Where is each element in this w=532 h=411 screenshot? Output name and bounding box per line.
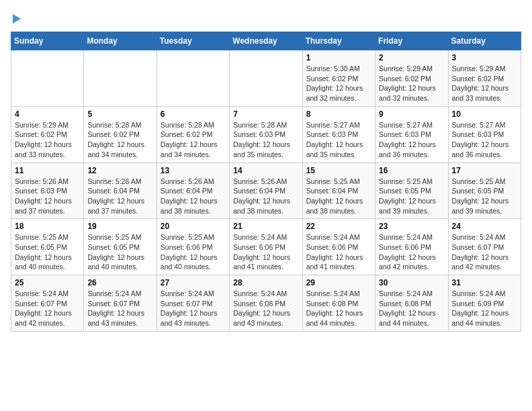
calendar-table: SundayMondayTuesdayWednesdayThursdayFrid… [11, 32, 521, 332]
day-info: Sunrise: 5:24 AM Sunset: 6:06 PM Dayligh… [379, 232, 444, 272]
calendar-cell: 8Sunrise: 5:27 AM Sunset: 6:03 PM Daylig… [302, 106, 375, 163]
day-number: 29 [306, 278, 371, 287]
calendar-cell: 25Sunrise: 5:24 AM Sunset: 6:07 PM Dayli… [11, 275, 84, 332]
day-number: 5 [87, 109, 152, 119]
day-info: Sunrise: 5:24 AM Sunset: 6:07 PM Dayligh… [87, 289, 152, 328]
weekday-header-friday: Friday [375, 32, 448, 50]
calendar-cell: 5Sunrise: 5:28 AM Sunset: 6:02 PM Daylig… [84, 106, 157, 163]
day-info: Sunrise: 5:30 AM Sunset: 6:02 PM Dayligh… [306, 64, 371, 103]
calendar-week-row: 1Sunrise: 5:30 AM Sunset: 6:02 PM Daylig… [11, 50, 521, 107]
day-number: 10 [452, 109, 517, 119]
calendar-cell: 22Sunrise: 5:24 AM Sunset: 6:06 PM Dayli… [302, 219, 375, 275]
calendar-cell: 12Sunrise: 5:26 AM Sunset: 6:04 PM Dayli… [84, 163, 157, 219]
day-info: Sunrise: 5:25 AM Sunset: 6:05 PM Dayligh… [379, 177, 444, 216]
day-info: Sunrise: 5:29 AM Sunset: 6:02 PM Dayligh… [452, 64, 517, 103]
day-info: Sunrise: 5:26 AM Sunset: 6:04 PM Dayligh… [87, 177, 152, 216]
day-info: Sunrise: 5:26 AM Sunset: 6:03 PM Dayligh… [15, 177, 80, 216]
day-info: Sunrise: 5:28 AM Sunset: 6:02 PM Dayligh… [161, 120, 226, 160]
day-info: Sunrise: 5:24 AM Sunset: 6:06 PM Dayligh… [233, 232, 298, 272]
calendar-cell: 17Sunrise: 5:25 AM Sunset: 6:05 PM Dayli… [448, 163, 521, 219]
weekday-header-tuesday: Tuesday [157, 32, 229, 50]
calendar-cell [230, 50, 302, 107]
calendar-cell: 29Sunrise: 5:24 AM Sunset: 6:08 PM Dayli… [302, 275, 375, 332]
day-number: 21 [233, 222, 298, 231]
calendar-week-row: 25Sunrise: 5:24 AM Sunset: 6:07 PM Dayli… [11, 275, 521, 332]
day-number: 17 [452, 166, 517, 175]
calendar-week-row: 4Sunrise: 5:29 AM Sunset: 6:02 PM Daylig… [11, 106, 521, 163]
calendar-cell: 2Sunrise: 5:29 AM Sunset: 6:02 PM Daylig… [375, 50, 448, 107]
day-number: 9 [379, 109, 444, 119]
calendar-cell: 21Sunrise: 5:24 AM Sunset: 6:06 PM Dayli… [230, 219, 302, 275]
day-info: Sunrise: 5:27 AM Sunset: 6:03 PM Dayligh… [379, 120, 444, 160]
calendar-cell [11, 50, 84, 107]
weekday-header-thursday: Thursday [302, 32, 375, 50]
day-info: Sunrise: 5:28 AM Sunset: 6:03 PM Dayligh… [233, 120, 298, 160]
calendar-cell: 4Sunrise: 5:29 AM Sunset: 6:02 PM Daylig… [11, 106, 84, 163]
day-info: Sunrise: 5:29 AM Sunset: 6:02 PM Dayligh… [15, 120, 80, 160]
day-number: 22 [306, 222, 371, 231]
day-info: Sunrise: 5:25 AM Sunset: 6:05 PM Dayligh… [452, 177, 517, 216]
day-number: 24 [452, 222, 517, 231]
page-header [11, 11, 521, 25]
calendar-cell: 14Sunrise: 5:26 AM Sunset: 6:04 PM Dayli… [230, 163, 302, 219]
day-number: 25 [15, 278, 80, 287]
calendar-cell [84, 50, 157, 107]
day-number: 31 [452, 278, 517, 287]
calendar-week-row: 18Sunrise: 5:25 AM Sunset: 6:05 PM Dayli… [11, 219, 521, 275]
day-number: 7 [233, 109, 298, 119]
day-number: 3 [452, 53, 517, 62]
day-number: 13 [161, 166, 226, 175]
calendar-week-row: 11Sunrise: 5:26 AM Sunset: 6:03 PM Dayli… [11, 163, 521, 219]
calendar-cell: 20Sunrise: 5:25 AM Sunset: 6:06 PM Dayli… [157, 219, 229, 275]
day-info: Sunrise: 5:24 AM Sunset: 6:07 PM Dayligh… [161, 289, 226, 328]
calendar-cell: 24Sunrise: 5:24 AM Sunset: 6:07 PM Dayli… [448, 219, 521, 275]
calendar-cell: 7Sunrise: 5:28 AM Sunset: 6:03 PM Daylig… [230, 106, 302, 163]
calendar-cell: 23Sunrise: 5:24 AM Sunset: 6:06 PM Dayli… [375, 219, 448, 275]
day-number: 11 [15, 166, 80, 175]
calendar-cell: 9Sunrise: 5:27 AM Sunset: 6:03 PM Daylig… [375, 106, 448, 163]
calendar-cell: 26Sunrise: 5:24 AM Sunset: 6:07 PM Dayli… [84, 275, 157, 332]
day-info: Sunrise: 5:24 AM Sunset: 6:08 PM Dayligh… [306, 289, 371, 328]
day-info: Sunrise: 5:25 AM Sunset: 6:06 PM Dayligh… [161, 232, 226, 272]
day-number: 18 [15, 222, 80, 231]
day-info: Sunrise: 5:24 AM Sunset: 6:09 PM Dayligh… [452, 289, 517, 328]
calendar-cell [157, 50, 229, 107]
day-info: Sunrise: 5:24 AM Sunset: 6:08 PM Dayligh… [233, 289, 298, 328]
weekday-header-monday: Monday [84, 32, 157, 50]
day-number: 6 [161, 109, 226, 119]
day-info: Sunrise: 5:28 AM Sunset: 6:02 PM Dayligh… [87, 120, 152, 160]
calendar-cell: 31Sunrise: 5:24 AM Sunset: 6:09 PM Dayli… [448, 275, 521, 332]
calendar-cell: 6Sunrise: 5:28 AM Sunset: 6:02 PM Daylig… [157, 106, 229, 163]
logo-arrow-icon [13, 14, 21, 24]
day-info: Sunrise: 5:26 AM Sunset: 6:04 PM Dayligh… [233, 177, 298, 216]
day-info: Sunrise: 5:24 AM Sunset: 6:07 PM Dayligh… [452, 232, 517, 272]
day-number: 12 [87, 166, 152, 175]
calendar-cell: 3Sunrise: 5:29 AM Sunset: 6:02 PM Daylig… [448, 50, 521, 107]
day-info: Sunrise: 5:26 AM Sunset: 6:04 PM Dayligh… [161, 177, 226, 216]
day-number: 15 [306, 166, 371, 175]
day-info: Sunrise: 5:24 AM Sunset: 6:08 PM Dayligh… [379, 289, 444, 328]
day-number: 19 [87, 222, 152, 231]
weekday-header-sunday: Sunday [11, 32, 84, 50]
day-number: 8 [306, 109, 371, 119]
calendar-cell: 11Sunrise: 5:26 AM Sunset: 6:03 PM Dayli… [11, 163, 84, 219]
calendar-cell: 13Sunrise: 5:26 AM Sunset: 6:04 PM Dayli… [157, 163, 229, 219]
day-info: Sunrise: 5:25 AM Sunset: 6:04 PM Dayligh… [306, 177, 371, 216]
day-number: 27 [161, 278, 226, 287]
calendar-cell: 18Sunrise: 5:25 AM Sunset: 6:05 PM Dayli… [11, 219, 84, 275]
weekday-header-saturday: Saturday [448, 32, 521, 50]
day-number: 30 [379, 278, 444, 287]
day-number: 26 [87, 278, 152, 287]
day-info: Sunrise: 5:24 AM Sunset: 6:06 PM Dayligh… [306, 232, 371, 272]
day-info: Sunrise: 5:27 AM Sunset: 6:03 PM Dayligh… [306, 120, 371, 160]
day-info: Sunrise: 5:29 AM Sunset: 6:02 PM Dayligh… [379, 64, 444, 103]
day-number: 4 [15, 109, 80, 119]
day-number: 16 [379, 166, 444, 175]
day-number: 1 [306, 53, 371, 62]
day-info: Sunrise: 5:25 AM Sunset: 6:05 PM Dayligh… [15, 232, 80, 272]
calendar-cell: 30Sunrise: 5:24 AM Sunset: 6:08 PM Dayli… [375, 275, 448, 332]
day-number: 14 [233, 166, 298, 175]
calendar-cell: 10Sunrise: 5:27 AM Sunset: 6:03 PM Dayli… [448, 106, 521, 163]
day-number: 23 [379, 222, 444, 231]
calendar-cell: 1Sunrise: 5:30 AM Sunset: 6:02 PM Daylig… [302, 50, 375, 107]
